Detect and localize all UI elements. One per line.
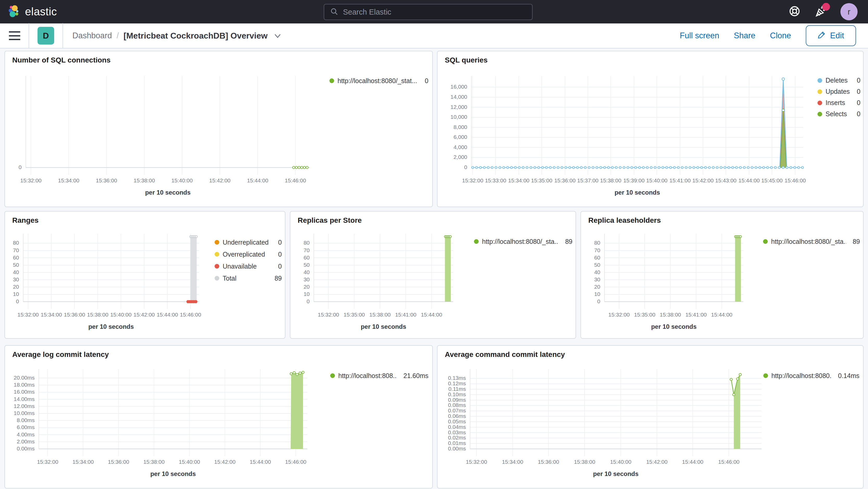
- y-axis-tick: 30: [5, 276, 19, 283]
- y-axis-tick: 80: [5, 240, 19, 246]
- y-axis-tick: 0.02ms: [437, 434, 466, 441]
- y-axis-tick: 0.01ms: [437, 440, 466, 446]
- panel-average-log-commit-latency: Average log commit latency 0.00ms2.00ms4…: [4, 345, 433, 488]
- legend: Underreplicated0Overreplicated0Unavailab…: [215, 236, 282, 284]
- legend-color-dot: [215, 240, 219, 245]
- share-button[interactable]: Share: [734, 31, 755, 40]
- edit-button[interactable]: Edit: [806, 25, 856, 46]
- legend-color-dot: [330, 79, 334, 83]
- chart-replicas-per-store[interactable]: 0102030405060708015:32:0015:35:0015:38:0…: [290, 212, 576, 338]
- y-axis-tick: 0.11ms: [437, 386, 466, 392]
- legend: http://localhost:8080/_stat...0: [330, 75, 428, 87]
- x-axis-tick: 15:46:00: [778, 177, 812, 184]
- y-axis-tick: 16,000: [437, 84, 467, 90]
- legend-item[interactable]: http://localhost:8080/_sta...89: [763, 236, 860, 247]
- legend-color-dot: [215, 276, 219, 281]
- breadcrumb: Dashboard / [Metricbeat CockroachDB] Ove…: [72, 31, 281, 41]
- clone-button[interactable]: Clone: [770, 31, 791, 40]
- chart-average-command-commit-latency[interactable]: 0.00ms0.01ms0.02ms0.03ms0.04ms0.05ms0.06…: [437, 346, 863, 488]
- dashboard-app-badge[interactable]: D: [37, 27, 54, 44]
- help-button[interactable]: [788, 5, 801, 18]
- x-axis-tick: 15:44:00: [244, 459, 277, 465]
- x-axis-tick: 15:44:00: [676, 459, 710, 465]
- x-axis-title: per 10 seconds: [604, 323, 743, 330]
- legend-label: http://localhost:808...: [338, 372, 397, 379]
- menu-button[interactable]: [9, 31, 20, 40]
- y-axis-tick: 70: [290, 247, 310, 253]
- legend-item[interactable]: http://localhost:8080/_stat...0: [330, 75, 428, 87]
- y-axis-tick: 80: [581, 240, 600, 246]
- legend-item[interactable]: Unavailable0: [215, 260, 282, 272]
- y-axis-tick: 2.00ms: [5, 438, 35, 445]
- y-axis-tick: 8.00ms: [5, 417, 35, 423]
- x-axis-tick: 15:32:00: [14, 177, 48, 184]
- legend-value: 0: [275, 239, 282, 246]
- legend-item[interactable]: Overreplicated0: [215, 248, 282, 260]
- y-axis-tick: 14,000: [437, 94, 467, 100]
- chart-sql-queries[interactable]: 02,0004,0006,0008,00010,00012,00014,0001…: [437, 51, 863, 207]
- user-avatar[interactable]: r: [840, 3, 858, 20]
- global-search[interactable]: [324, 4, 533, 20]
- navbar-right: r: [788, 0, 868, 24]
- x-axis-title: per 10 seconds: [26, 189, 310, 196]
- y-axis-tick: 10: [290, 291, 310, 297]
- y-axis-tick: 10,000: [437, 114, 467, 120]
- y-axis-tick: 0.10ms: [437, 391, 466, 398]
- panel-ranges: Ranges 0102030405060708015:32:0015:34:00…: [4, 211, 285, 339]
- x-axis-tick: 15:42:00: [640, 459, 674, 465]
- y-axis-tick: 12.00ms: [5, 403, 35, 409]
- x-axis-title: per 10 seconds: [471, 189, 803, 196]
- x-axis-tick: 15:44:00: [414, 312, 448, 318]
- legend-item[interactable]: Selects0: [817, 109, 861, 120]
- chart-replica-leaseholders[interactable]: 0102030405060708015:32:0015:35:0015:38:0…: [581, 212, 863, 338]
- legend-color-dot: [817, 100, 822, 105]
- y-axis-tick: 0: [437, 164, 467, 171]
- panel-replicas-per-store: Replicas per Store 0102030405060708015:3…: [290, 211, 576, 339]
- legend-label: Updates: [826, 88, 850, 95]
- y-axis-tick: 10.00ms: [5, 410, 35, 416]
- x-axis-tick: 15:46:00: [712, 459, 746, 465]
- x-axis-title: per 10 seconds: [470, 470, 762, 478]
- panel-sql-queries: SQL queries 02,0004,0006,0008,00010,0001…: [437, 51, 864, 207]
- y-axis-tick: 30: [290, 276, 310, 283]
- full-screen-button[interactable]: Full screen: [680, 31, 719, 40]
- legend-item[interactable]: Total89: [215, 272, 282, 284]
- search-icon: [330, 7, 338, 17]
- legend-label: Underreplicated: [223, 239, 272, 246]
- legend-item[interactable]: Deletes0: [817, 75, 861, 86]
- chart-number-of-sql-connections[interactable]: 015:32:0015:34:0015:36:0015:38:0015:40:0…: [5, 51, 432, 207]
- legend-item[interactable]: http://localhost:808...21.60ms: [330, 370, 428, 381]
- newsfeed-button[interactable]: [814, 5, 827, 18]
- breadcrumb-dashboard-link[interactable]: Dashboard: [72, 31, 112, 40]
- legend-item[interactable]: Updates0: [817, 86, 861, 97]
- legend: Deletes0Updates0Inserts0Selects0: [817, 75, 861, 120]
- chart-average-log-commit-latency[interactable]: 0.00ms2.00ms4.00ms6.00ms8.00ms10.00ms12.…: [5, 346, 432, 488]
- legend-label: Unavailable: [223, 263, 272, 270]
- legend-item[interactable]: http://localhost:8080/_sta...89: [474, 236, 572, 247]
- legend: http://localhost:8080/_sta...89: [763, 236, 860, 247]
- y-axis-tick: 0.12ms: [437, 380, 466, 387]
- legend-item[interactable]: http://localhost:8080...0.14ms: [763, 370, 859, 381]
- legend-value: 89: [562, 238, 572, 245]
- legend-item[interactable]: Underreplicated0: [215, 236, 282, 248]
- toolbar-actions: Full screen Share Clone Edit: [680, 25, 868, 46]
- x-axis-tick: 15:38:00: [137, 459, 171, 465]
- y-axis-tick: 40: [5, 269, 19, 275]
- search-input[interactable]: [343, 8, 520, 17]
- y-axis-tick: 0.05ms: [437, 419, 466, 425]
- legend-item[interactable]: Inserts0: [817, 97, 861, 109]
- y-axis-tick: 80: [290, 240, 310, 246]
- chart-ranges[interactable]: 0102030405060708015:32:0015:34:0015:36:0…: [5, 212, 285, 338]
- legend-color-dot: [474, 239, 479, 244]
- chevron-down-icon[interactable]: [274, 32, 281, 40]
- y-axis-tick: 50: [581, 262, 600, 268]
- y-axis-tick: 18.00ms: [5, 382, 35, 388]
- y-axis-tick: 70: [581, 247, 600, 253]
- x-axis-tick: 15:32:00: [460, 459, 494, 465]
- y-axis-tick: 0.04ms: [437, 424, 466, 430]
- y-axis-tick: 10: [5, 291, 19, 297]
- legend-label: Selects: [826, 110, 850, 118]
- x-axis-tick: 15:38:00: [127, 177, 161, 184]
- brand[interactable]: elastic: [0, 4, 57, 19]
- x-axis-tick: 15:34:00: [496, 459, 529, 465]
